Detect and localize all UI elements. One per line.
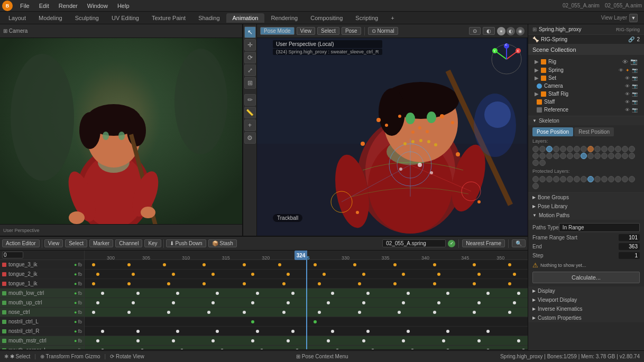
display-header[interactable]: ▶ Display	[528, 286, 644, 295]
collection-item-rig[interactable]: ▶ Rig 👁 📷	[532, 57, 640, 66]
layer-3[interactable]	[546, 146, 553, 152]
tool-transform[interactable]: ⊞	[244, 77, 256, 89]
track-nose-ctrl[interactable]: nose_ctrl ● fb	[0, 308, 84, 317]
layer-20[interactable]	[560, 153, 566, 159]
spring-vis-icon[interactable]: 👁	[619, 68, 623, 73]
left-viewport[interactable]: ⊞ Camera	[0, 24, 243, 236]
push-down-btn[interactable]: ⬇ Push Down	[166, 239, 206, 247]
player-5[interactable]	[560, 176, 566, 182]
tool-select[interactable]: ↖	[244, 26, 256, 38]
tool-add[interactable]: +	[244, 119, 256, 131]
layer-16[interactable]	[532, 153, 539, 159]
tool-move[interactable]: ✛	[244, 39, 256, 51]
shading-btn[interactable]: ⊙ Normal	[368, 27, 398, 35]
tab-add[interactable]: +	[384, 13, 400, 23]
tab-modeling[interactable]: Modeling	[32, 13, 69, 23]
view-btn[interactable]: View	[297, 27, 316, 35]
tab-animation[interactable]: Animation	[226, 13, 265, 23]
pose-position-btn[interactable]: Pose Position	[532, 127, 573, 136]
viewport-display-header[interactable]: ▶ Viewport Display	[528, 295, 644, 304]
tab-compositing[interactable]: Compositing	[304, 13, 349, 23]
view-layer-btn[interactable]: ▼	[629, 14, 638, 22]
tool-scale[interactable]: ⤢	[244, 64, 256, 76]
spring-render-icon[interactable]: 📷	[632, 68, 638, 73]
player-10[interactable]	[594, 176, 601, 182]
staff-vis-icon[interactable]: 👁	[625, 99, 630, 105]
menu-edit[interactable]: Edit	[35, 2, 53, 10]
action-name-field[interactable]: 02_055_A.spring	[382, 239, 446, 247]
stash-btn[interactable]: 📦 Stash	[208, 239, 237, 247]
right-viewport[interactable]: Pose Mode View Select Pose ⊙ Normal ⊙ ◐ …	[257, 24, 528, 236]
tl-view-btn[interactable]: View	[44, 239, 63, 247]
layer-23[interactable]	[581, 153, 587, 159]
collection-item-camera[interactable]: Camera 👁 📷	[532, 82, 640, 90]
calculate-btn[interactable]: Calculate...	[532, 272, 640, 283]
player-15[interactable]	[629, 176, 635, 182]
layer-21[interactable]	[567, 153, 573, 159]
layer-11[interactable]	[601, 146, 608, 152]
tl-key-btn[interactable]: Key	[144, 239, 161, 247]
layer-29[interactable]	[622, 153, 628, 159]
shading-rendered[interactable]: ◉	[516, 27, 525, 35]
track-mouth-up[interactable]: mouth_up_ctrl ● fb	[0, 298, 84, 308]
layer-32[interactable]	[539, 160, 546, 166]
menu-render[interactable]: Render	[54, 2, 82, 10]
layer-27[interactable]	[608, 153, 614, 159]
tool-measure[interactable]: 📏	[244, 107, 256, 118]
layer-18[interactable]	[546, 153, 553, 159]
layer-8[interactable]	[581, 146, 587, 152]
player-8[interactable]	[581, 176, 587, 182]
collection-item-spring[interactable]: ▶ Spring 👁 ✦ 📷	[532, 66, 640, 74]
track-tongue3ik[interactable]: tongue_3_ik ● fb	[0, 260, 84, 270]
player-3[interactable]	[546, 176, 553, 182]
reference-vis-icon[interactable]: 👁	[625, 107, 630, 113]
menu-file[interactable]: File	[16, 2, 34, 10]
rig-render-icon[interactable]: 📷	[630, 58, 638, 65]
layer-10[interactable]	[594, 146, 601, 152]
player-1[interactable]	[532, 176, 539, 182]
left-viewport-content[interactable]	[0, 24, 242, 236]
camera-render-icon[interactable]: 📷	[632, 83, 638, 89]
track-content[interactable]: 324 300 305 310 315 320 325 330 335 340 …	[85, 250, 528, 349]
search-input[interactable]	[2, 252, 23, 258]
tab-sculpting[interactable]: Sculpting	[69, 13, 105, 23]
snap-btn[interactable]: Nearest Frame	[462, 239, 505, 247]
player-11[interactable]	[601, 176, 608, 182]
paths-type-dropdown[interactable]: In Range	[559, 223, 640, 232]
layer-25[interactable]	[594, 153, 601, 159]
staff-rig-vis-icon[interactable]: 👁	[625, 91, 630, 97]
track-mouth-corner-l[interactable]: mouth_corner_L ● fb	[0, 346, 84, 349]
frame-range-end-value[interactable]: 363	[619, 243, 640, 250]
track-mouth-mstr[interactable]: mouth_mstr_ctrl ● fb	[0, 336, 84, 346]
layer-15[interactable]	[629, 146, 635, 152]
tl-select-btn[interactable]: Select	[65, 239, 87, 247]
player-12[interactable]	[608, 176, 614, 182]
layer-31[interactable]	[532, 160, 539, 166]
tab-layout[interactable]: Layout	[2, 13, 32, 23]
tab-shading[interactable]: Shading	[192, 13, 226, 23]
player-16[interactable]	[532, 183, 539, 189]
menu-help[interactable]: Help	[113, 2, 134, 10]
tl-filter-btn[interactable]: 🔍	[512, 239, 526, 247]
pose-mode-btn[interactable]: Pose Mode	[260, 27, 295, 35]
layer-17[interactable]	[539, 153, 546, 159]
layer-14[interactable]	[622, 146, 628, 152]
player-9[interactable]	[587, 176, 594, 182]
player-6[interactable]	[567, 176, 573, 182]
rig-vis-icon[interactable]: 👁	[622, 59, 628, 65]
layer-7[interactable]	[574, 146, 580, 152]
tl-marker-btn[interactable]: Marker	[89, 239, 113, 247]
action-editor-btn[interactable]: Action Editor	[2, 239, 40, 247]
layer-24[interactable]	[587, 153, 594, 159]
layer-9[interactable]	[587, 146, 594, 152]
layer-13[interactable]	[615, 146, 621, 152]
layer-1[interactable]	[532, 146, 539, 152]
track-mouth-low[interactable]: mouth_low_ctrl ● fb	[0, 289, 84, 298]
tab-rendering[interactable]: Rendering	[264, 13, 304, 23]
menu-window[interactable]: Window	[83, 2, 112, 10]
track-tongue1ik[interactable]: tongue_1_ik ● fb	[0, 279, 84, 289]
tool-annotate[interactable]: ✏	[244, 94, 256, 106]
pose-library-header[interactable]: ▶ Pose Library	[528, 202, 644, 211]
collection-item-staff[interactable]: Staff 👁 📷	[532, 98, 640, 106]
pose-btn[interactable]: Pose	[342, 27, 361, 35]
